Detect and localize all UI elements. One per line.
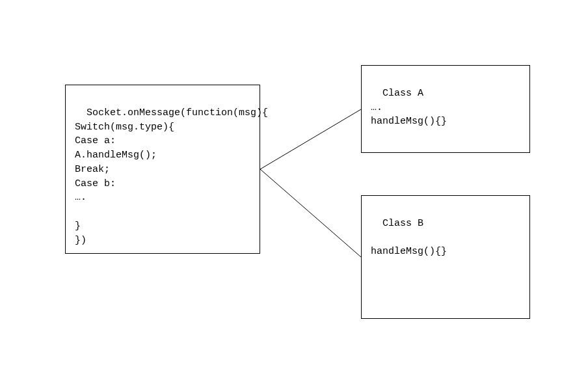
main-code-text: Socket.onMessage(function(msg){ Switch(m… bbox=[75, 107, 268, 246]
main-code-box: Socket.onMessage(function(msg){ Switch(m… bbox=[65, 85, 260, 254]
connector-main-to-classB bbox=[260, 169, 361, 257]
class-b-text: Class B handleMsg(){} bbox=[371, 218, 447, 258]
class-a-box: Class A …. handleMsg(){} bbox=[361, 65, 530, 153]
connector-main-to-classA bbox=[260, 109, 361, 169]
class-a-text: Class A …. handleMsg(){} bbox=[371, 88, 447, 128]
class-b-box: Class B handleMsg(){} bbox=[361, 195, 530, 319]
